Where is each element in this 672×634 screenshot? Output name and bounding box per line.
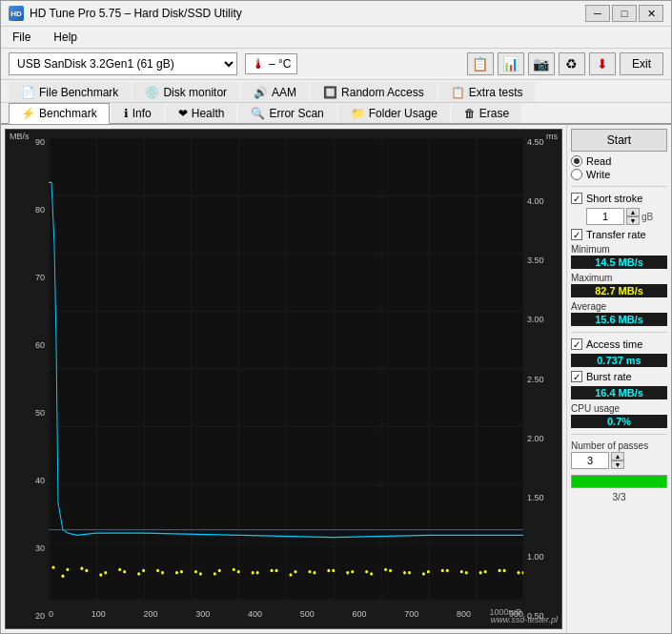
tab-benchmark[interactable]: ⚡ Benchmark [9,103,110,124]
svg-point-31 [118,568,121,571]
menu-help[interactable]: Help [50,29,81,46]
start-button[interactable]: Start [571,129,667,152]
x-axis: 0 100 200 300 400 500 600 700 800 900 [49,609,523,619]
svg-point-20 [389,569,392,572]
passes-input[interactable] [571,452,609,469]
short-stroke-input[interactable] [586,208,624,225]
svg-point-12 [237,570,240,573]
aam-label: AAM [272,86,296,99]
icon-btn-4[interactable]: ♻ [559,52,585,75]
maximum-label: Maximum [571,273,667,283]
svg-point-33 [156,569,159,572]
svg-point-40 [289,573,292,576]
icon-btn-3[interactable]: 📷 [528,52,555,75]
watermark: www.ssd-tester.pl [491,615,558,624]
tab-info[interactable]: ℹ Info [112,103,164,123]
progress-bar-fill [572,476,666,487]
short-stroke-up[interactable]: ▲ [626,208,640,216]
window-title: HD Tune Pro 5.75 – Hard Disk/SSD Utility [30,7,242,20]
chart-area: MB/s ms 90 80 70 60 50 40 30 20 4.50 4.0… [5,129,562,629]
tab-aam[interactable]: 🔊 AAM [241,82,309,102]
menu-bar: File Help [1,27,671,49]
file-benchmark-icon: 📄 [21,86,35,99]
svg-point-9 [180,570,183,573]
tab-disk-monitor[interactable]: 💿 Disk monitor [132,82,239,102]
svg-point-10 [199,572,202,575]
icon-btn-5[interactable]: ⬇ [589,52,616,75]
x-label-400: 400 [248,609,262,619]
x-label-300: 300 [195,609,210,619]
svg-point-22 [427,570,430,573]
tab-file-benchmark[interactable]: 📄 File Benchmark [9,82,131,102]
y-label-r-4.50: 4.50 [525,137,560,147]
tab-extra-tests[interactable]: 📋 Extra tests [438,82,536,102]
svg-rect-1 [49,137,523,600]
random-access-label: Random Access [341,86,424,99]
svg-point-49 [460,570,463,573]
passes-down[interactable]: ▼ [611,460,624,469]
svg-point-5 [104,571,107,574]
side-panel: Start Read Write ✓ Short stroke [566,125,671,633]
error-scan-label: Error Scan [269,107,323,120]
passes-spinner-btns: ▲ ▼ [611,452,624,469]
temp-display: 🌡 – °C [245,53,297,74]
tab-error-scan[interactable]: 🔍 Error Scan [238,103,336,123]
folder-usage-icon: 📁 [351,107,365,120]
radio-read[interactable]: Read [571,155,667,167]
svg-point-13 [256,571,259,574]
exit-button[interactable]: Exit [620,52,663,75]
progress-text: 3/3 [571,492,667,502]
info-label: Info [132,107,152,120]
passes-up[interactable]: ▲ [611,452,624,460]
radio-group: Read Write [571,155,667,180]
folder-usage-label: Folder Usage [369,107,438,120]
chart-svg [49,137,523,600]
svg-point-8 [161,571,164,574]
tab-health[interactable]: ❤ Health [166,103,237,123]
y-label-r-1.00: 1.00 [525,552,560,562]
health-icon: ❤ [178,107,188,120]
x-label-800: 800 [457,609,471,619]
short-stroke-down[interactable]: ▼ [626,216,640,225]
svg-point-17 [332,569,335,572]
svg-point-52 [518,571,520,574]
access-time-checkbox[interactable]: ✓ Access time [571,338,667,350]
svg-point-38 [252,571,255,574]
tab-folder-usage[interactable]: 📁 Folder Usage [338,103,450,123]
minimum-value: 14.5 MB/s [571,256,667,269]
main-content: MB/s ms 90 80 70 60 50 40 30 20 4.50 4.0… [1,125,671,633]
short-stroke-spinner-btns: ▲ ▼ [626,208,640,225]
erase-icon: 🗑 [464,107,476,120]
menu-file[interactable]: File [9,29,34,46]
x-label-100: 100 [92,609,106,619]
svg-point-44 [365,570,368,573]
device-select[interactable]: USB SanDisk 3.2Gen1 (61 gB) [9,52,237,75]
tab-random-access[interactable]: 🔲 Random Access [311,82,437,102]
svg-point-11 [218,569,221,572]
icon-btn-1[interactable]: 📋 [467,52,494,75]
erase-label: Erase [479,107,509,120]
title-bar: HD HD Tune Pro 5.75 – Hard Disk/SSD Util… [1,1,671,27]
short-stroke-spinner: ▲ ▼ gB [586,208,667,225]
burst-rate-checkbox[interactable]: ✓ Burst rate [571,371,667,382]
svg-point-43 [346,571,349,574]
close-button[interactable]: ✕ [639,5,663,22]
extra-tests-icon: 📋 [451,86,465,99]
transfer-rate-checkbox[interactable]: ✓ Transfer rate [571,229,667,240]
svg-point-2 [51,565,54,568]
icon-btn-2[interactable]: 📊 [498,52,524,75]
maximize-button[interactable]: □ [612,5,637,22]
svg-point-50 [479,571,482,574]
short-stroke-checkbox[interactable]: ✓ Short stroke [571,193,667,204]
transfer-rate-label: Transfer rate [586,229,646,240]
average-stat: Average 15.6 MB/s [571,301,667,326]
svg-point-36 [214,572,216,575]
toolbar-icons: 📋 📊 📷 ♻ ⬇ Exit [467,52,663,75]
minimize-button[interactable]: ─ [585,5,610,22]
svg-point-18 [351,570,354,573]
svg-point-32 [137,572,140,575]
tab-erase[interactable]: 🗑 Erase [452,103,521,123]
radio-write[interactable]: Write [571,169,667,180]
aam-icon: 🔊 [254,86,268,99]
y-label-40: 40 [8,476,47,485]
